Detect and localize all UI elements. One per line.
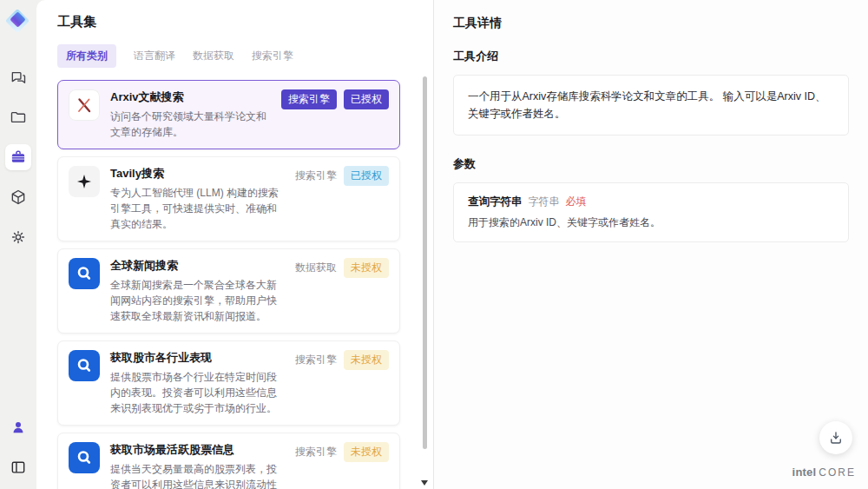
param-required-flag: 必填 xyxy=(566,195,587,209)
user-icon[interactable] xyxy=(5,414,31,440)
star-icon xyxy=(74,171,95,192)
app-window: 工具集 所有类别 语言翻译 数据获取 搜索引擎 xyxy=(0,0,868,489)
tool-title: Tavily搜索 xyxy=(110,166,286,182)
tool-icon xyxy=(69,258,100,289)
tool-body: 全球新闻搜索 全球新闻搜索是一个聚合全球各大新闻网站内容的搜索引擎，帮助用户快速… xyxy=(110,258,286,324)
tool-icon xyxy=(69,166,100,197)
auth-status-badge: 未授权 xyxy=(344,350,389,370)
tool-body: Tavily搜索 专为人工智能代理 (LLM) 构建的搜索引擎工具，可快速提供实… xyxy=(110,166,286,232)
tool-body: 获取股市各行业表现 提供股票市场各个行业在特定时间段内的表现。投资者可以利用这些… xyxy=(110,350,286,416)
magnifier-icon xyxy=(74,263,95,284)
tool-title: 获取股市各行业表现 xyxy=(110,350,286,366)
tool-description: 提供当天交易量最高的股票列表，投资者可以利用这些信息来识别流动性强的股票和潜在的… xyxy=(110,461,286,489)
param-head: 查询字符串 字符串 必填 xyxy=(468,195,834,209)
category-badge: 数据获取 xyxy=(295,258,337,278)
detail-title: 工具详情 xyxy=(453,16,849,31)
params-list: 查询字符串 字符串 必填 用于搜索的Arxiv ID、关键字或作者姓名。 xyxy=(453,182,849,242)
category-badge: 搜索引擎 xyxy=(295,166,337,186)
tool-badges: 搜索引擎 已授权 xyxy=(281,89,389,109)
tool-body: 获取市场最活跃股票信息 提供当天交易量最高的股票列表，投资者可以利用这些信息来识… xyxy=(110,442,286,489)
folder-icon[interactable] xyxy=(5,104,31,130)
tool-badges: 搜索引擎 未授权 xyxy=(295,442,389,462)
toolbox-icon[interactable] xyxy=(5,144,31,170)
tool-list-pane: 工具集 所有类别 语言翻译 数据获取 搜索引擎 xyxy=(36,0,434,489)
tool-badges: 数据获取 未授权 xyxy=(295,258,389,278)
tool-card[interactable]: 全球新闻搜索 全球新闻搜索是一个聚合全球各大新闻网站内容的搜索引擎，帮助用户快速… xyxy=(57,248,400,334)
category-tab[interactable]: 所有类别 xyxy=(57,44,116,68)
chat-icon[interactable] xyxy=(5,64,31,90)
arxiv-icon xyxy=(74,95,95,116)
auth-status-badge: 未授权 xyxy=(344,258,389,278)
tool-icon xyxy=(69,89,100,121)
tool-description: 全球新闻搜索是一个聚合全球各大新闻网站内容的搜索引擎，帮助用户快速获取全球最新资… xyxy=(110,277,286,324)
tool-description: 访问各个研究领域大量科学论文和文章的存储库。 xyxy=(110,109,273,140)
tool-body: Arxiv文献搜索 访问各个研究领域大量科学论文和文章的存储库。 xyxy=(110,89,273,140)
app-logo xyxy=(5,9,31,35)
category-badge: 搜索引擎 xyxy=(281,89,337,109)
download-icon xyxy=(828,430,844,446)
magnifier-icon xyxy=(74,355,95,376)
tool-badges: 搜索引擎 未授权 xyxy=(295,350,389,370)
core-wordmark: CORE xyxy=(819,466,856,479)
category-tabs: 所有类别 语言翻译 数据获取 搜索引擎 xyxy=(57,44,412,68)
icon-rail xyxy=(0,0,36,489)
category-tab[interactable]: 语言翻译 xyxy=(134,44,175,68)
param-description: 用于搜索的Arxiv ID、关键字或作者姓名。 xyxy=(468,215,834,230)
tool-list: Arxiv文献搜索 访问各个研究领域大量科学论文和文章的存储库。 搜索引擎 已授… xyxy=(57,80,412,489)
tool-card[interactable]: Arxiv文献搜索 访问各个研究领域大量科学论文和文章的存储库。 搜索引擎 已授… xyxy=(57,80,400,149)
tool-description: 专为人工智能代理 (LLM) 构建的搜索引擎工具，可快速提供实时、准确和真实的结… xyxy=(110,185,286,232)
tool-card[interactable]: 获取市场最活跃股票信息 提供当天交易量最高的股票列表，投资者可以利用这些信息来识… xyxy=(57,433,400,489)
category-tab[interactable]: 数据获取 xyxy=(193,44,234,68)
auth-status-badge: 未授权 xyxy=(344,442,389,462)
params-heading: 参数 xyxy=(453,156,849,172)
page-title: 工具集 xyxy=(57,14,412,30)
tool-icon xyxy=(69,442,100,473)
tool-title: 全球新闻搜索 xyxy=(110,258,286,274)
tool-detail-pane: 工具详情 工具介绍 一个用于从Arxiv存储库搜索科学论文和文章的工具。 输入可… xyxy=(434,0,868,489)
tool-description: 提供股票市场各个行业在特定时间段内的表现。投资者可以利用这些信息来识别表现优于或… xyxy=(110,369,286,416)
intel-core-logo: intel CORE xyxy=(792,466,856,479)
magnifier-icon xyxy=(74,447,95,468)
auth-status-badge: 已授权 xyxy=(344,166,389,186)
intro-heading: 工具介绍 xyxy=(453,49,849,64)
tool-card[interactable]: Tavily搜索 专为人工智能代理 (LLM) 构建的搜索引擎工具，可快速提供实… xyxy=(57,156,400,241)
cube-icon[interactable] xyxy=(5,184,31,210)
category-badge: 搜索引擎 xyxy=(295,350,337,370)
tool-badges: 搜索引擎 已授权 xyxy=(295,166,389,186)
auth-status-badge: 已授权 xyxy=(344,89,389,109)
param-type: 字符串 xyxy=(529,195,560,209)
param-card: 查询字符串 字符串 必填 用于搜索的Arxiv ID、关键字或作者姓名。 xyxy=(453,182,849,242)
param-name: 查询字符串 xyxy=(468,195,523,209)
category-badge: 搜索引擎 xyxy=(295,442,337,462)
tool-title: 获取市场最活跃股票信息 xyxy=(110,442,286,458)
intel-wordmark: intel xyxy=(792,466,817,479)
category-tab[interactable]: 搜索引擎 xyxy=(252,44,293,68)
tool-intro-text: 一个用于从Arxiv存储库搜索科学论文和文章的工具。 输入可以是Arxiv ID… xyxy=(453,75,849,135)
download-button[interactable] xyxy=(819,421,852,454)
scroll-down-icon[interactable] xyxy=(421,480,428,486)
tool-card[interactable]: 获取股市各行业表现 提供股票市场各个行业在特定时间段内的表现。投资者可以利用这些… xyxy=(57,340,400,426)
settings-icon[interactable] xyxy=(5,224,31,250)
tool-title: Arxiv文献搜索 xyxy=(110,89,273,105)
panel-toggle-icon[interactable] xyxy=(5,454,31,480)
scrollbar-thumb[interactable] xyxy=(423,76,427,449)
tool-icon xyxy=(69,350,100,381)
list-scrollbar[interactable] xyxy=(423,76,427,477)
